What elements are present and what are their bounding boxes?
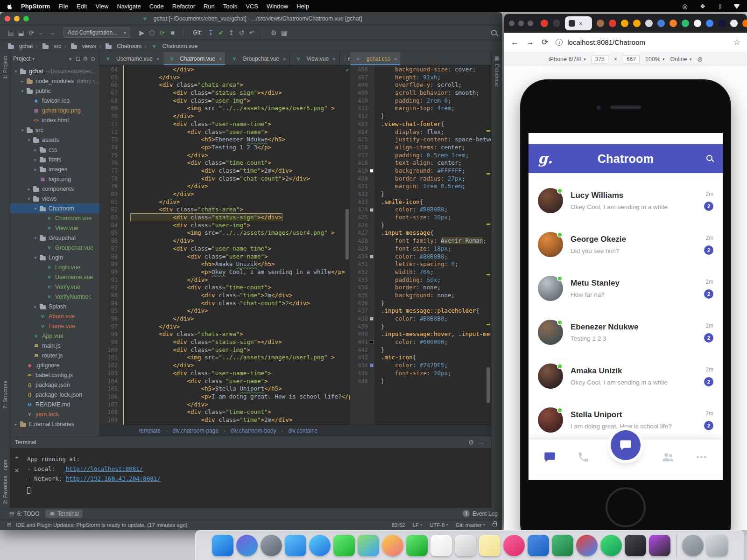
color-swatch[interactable]: [370, 364, 374, 367]
browser-tab-favicon[interactable]: [694, 20, 701, 27]
chevron-right-icon[interactable]: ▸: [33, 147, 38, 152]
chat-list-item[interactable]: George OkezieDid you see him?2m2: [529, 223, 723, 266]
tool-stripe-project[interactable]: 1: Project: [2, 56, 8, 79]
calls-tab-icon[interactable]: [577, 451, 590, 463]
encoding-selector[interactable]: UTF-8▾: [430, 522, 448, 528]
code-line[interactable]: </div>: [131, 182, 350, 190]
code-line[interactable]: border-radius: 27px;: [381, 175, 491, 183]
code-line[interactable]: margin: 1rem 0.5rem;: [381, 182, 491, 190]
browser-tab-favicon[interactable]: [553, 20, 560, 27]
apple-menu-icon[interactable]: [7, 3, 13, 10]
tree-item-assets[interactable]: ▾assets: [10, 135, 99, 145]
code-line[interactable]: <div class="user-img">: [131, 346, 350, 354]
tree-item-images[interactable]: ▸images: [10, 164, 99, 174]
chevron-down-icon[interactable]: ▾: [33, 206, 38, 211]
code-line[interactable]: width: 70%;: [381, 268, 491, 276]
dock-icon-contacts[interactable]: [455, 535, 476, 556]
code-line[interactable]: <div class="user-name">: [131, 253, 350, 261]
code-line[interactable]: justify-content: space-between;: [381, 136, 491, 144]
editor-tab-groupchat-vue[interactable]: VGroupchat.vue×: [226, 52, 290, 65]
url-text[interactable]: localhost:8081/Chatroom: [567, 38, 645, 46]
chevron-right-icon[interactable]: ▸: [33, 167, 38, 172]
project-panel-title[interactable]: Project: [13, 56, 30, 62]
browser-tab-favicon[interactable]: [657, 20, 665, 27]
plugins-icon[interactable]: ▦: [279, 29, 289, 36]
tree-item-package-lock-json[interactable]: {}package-lock.json: [10, 390, 99, 399]
code-line[interactable]: <div class="user-img">: [131, 97, 350, 105]
menu-vcs[interactable]: VCS: [246, 3, 258, 10]
dock-icon-notes[interactable]: [479, 535, 500, 556]
menu-view[interactable]: View: [95, 3, 108, 10]
code-line[interactable]: .mic-icon{: [381, 354, 491, 362]
code-line[interactable]: <div class="status-sign"></div>: [131, 338, 350, 346]
code-line[interactable]: <div class="user-name">: [131, 378, 350, 385]
rollback-icon[interactable]: ↶: [247, 29, 257, 36]
close-tab-icon[interactable]: ×: [332, 56, 335, 62]
close-window-button[interactable]: [509, 21, 514, 26]
code-line[interactable]: }: [381, 300, 491, 308]
reload-icon[interactable]: ⟳: [542, 37, 548, 47]
inspection-ok-icon[interactable]: ✔: [345, 67, 349, 75]
dock-icon-photos[interactable]: [382, 535, 403, 556]
hide-icon[interactable]: ⊖: [89, 56, 97, 62]
code-line[interactable]: overflow-y: scroll;: [381, 81, 491, 89]
chevron-down-icon[interactable]: ▾: [33, 236, 38, 240]
settings-gear-icon[interactable]: ⚙: [268, 29, 279, 36]
code-line[interactable]: <div class="user-name-time">: [131, 120, 350, 128]
viewport-width-input[interactable]: 375: [592, 55, 608, 63]
dock-icon-messages[interactable]: [333, 535, 355, 556]
throttling-icon[interactable]: ⊘: [697, 56, 703, 63]
browser-tab-favicon[interactable]: [541, 20, 548, 27]
browser-tab-favicon[interactable]: [742, 20, 747, 27]
dock-icon-phpstorm[interactable]: [649, 535, 670, 556]
code-line[interactable]: <div class="time">2m</div>: [131, 292, 350, 300]
code-line[interactable]: color: #B8B8B8;: [381, 315, 491, 323]
todo-tool-button[interactable]: ▤ 6: TODO: [5, 510, 43, 518]
code-line[interactable]: </div>: [131, 315, 350, 323]
menu-file[interactable]: File: [58, 3, 68, 10]
dock-icon-siri[interactable]: [236, 535, 258, 556]
dock-icon-chrome[interactable]: [576, 535, 598, 556]
camera-icon[interactable]: ◎: [680, 3, 690, 10]
editor-scrollbar[interactable]: ✔: [345, 65, 350, 425]
code-line[interactable]: <div class="status-sign"></div>: [131, 89, 350, 97]
editor-tab-gchat-css[interactable]: cgchat.css×: [350, 52, 401, 65]
dock-icon-finder[interactable]: [212, 535, 233, 556]
git-branch-selector[interactable]: Git: master▾: [456, 522, 485, 528]
chevron-down-icon[interactable]: ▾: [26, 138, 32, 142]
chevron-right-icon[interactable]: ▸: [33, 157, 38, 162]
code-line[interactable]: <h5>Ebenezer Ndukwe</h5>: [131, 136, 350, 144]
back-arrow-icon[interactable]: ←: [36, 29, 47, 36]
code-line[interactable]: </div>: [131, 323, 350, 331]
new-chat-fab[interactable]: [611, 430, 641, 460]
terminal-title[interactable]: Terminal: [15, 439, 36, 446]
run-icon[interactable]: ▶: [137, 29, 147, 36]
settings-gear-icon[interactable]: ⚙: [466, 439, 476, 446]
tree-item-external-libraries[interactable]: ▸External Libraries: [10, 419, 99, 429]
tree-item-gchat-logo-png[interactable]: ▨gchat-logo.png: [10, 105, 99, 115]
menu-run[interactable]: Run: [204, 3, 215, 10]
chevron-down-icon[interactable]: ▾: [20, 128, 25, 133]
code-editor-right[interactable]: 4064074084094104114124134144154164174184…: [350, 65, 491, 425]
code-line[interactable]: <div class="chat-count">2</div>: [131, 300, 350, 308]
code-line[interactable]: }: [381, 222, 491, 230]
tool-window-switcher-icon[interactable]: ⊞: [6, 522, 12, 528]
code-line[interactable]: color: #000000;: [381, 338, 491, 346]
tree-item-about-vue[interactable]: VAbout.vue: [10, 311, 99, 321]
tree-item-css[interactable]: ▸css: [10, 145, 99, 154]
code-line[interactable]: font-size: 20px;: [381, 370, 491, 378]
dock-icon-safari[interactable]: [309, 535, 331, 556]
code-line[interactable]: padding: 2rem 0;: [381, 97, 491, 105]
tree-item-components[interactable]: ▸components: [10, 184, 99, 194]
tree-item-yarn-lock[interactable]: Yyarn.lock: [10, 409, 99, 419]
code-line[interactable]: align-items: center;: [381, 144, 491, 152]
contacts-tab-icon[interactable]: [662, 451, 674, 463]
code-line[interactable]: <p>Testing 1 2 3</p>: [131, 144, 350, 152]
code-line[interactable]: .smile-icon{: [381, 198, 491, 206]
menu-code[interactable]: Code: [149, 3, 164, 10]
tree-item-app-vue[interactable]: VApp.vue: [10, 331, 99, 341]
tree-item-fonts[interactable]: ▸fonts: [10, 154, 99, 164]
page-info-icon[interactable]: i: [556, 39, 563, 46]
editor-tab-chatroom-vue[interactable]: VChatroom.vue×: [163, 52, 226, 65]
code-line[interactable]: background: none;: [381, 292, 491, 300]
